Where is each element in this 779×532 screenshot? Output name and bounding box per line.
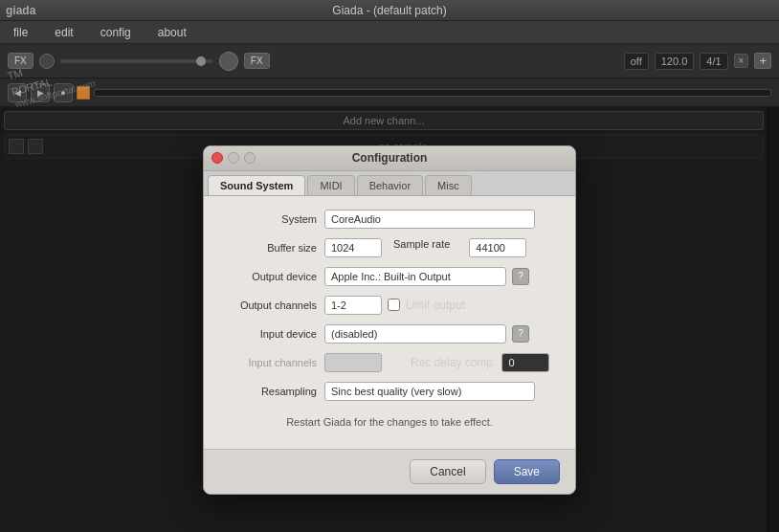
rewind-btn[interactable]: ◀ xyxy=(8,83,27,102)
dialog-body: System Buffer size Sample rate Output de… xyxy=(204,196,575,449)
restart-note: Restart Giada for the changes to take ef… xyxy=(219,416,560,428)
resampling-row: Resampling xyxy=(219,382,560,401)
toolbar: FX FX off 120.0 4/1 × + xyxy=(0,44,779,78)
off-label: off xyxy=(624,53,649,70)
dialog-tabs: Sound System MIDI Behavior Misc xyxy=(204,171,575,196)
dialog-title: Configuration xyxy=(352,151,428,165)
bpm-label[interactable]: 120.0 xyxy=(655,53,695,70)
dialog-footer: Cancel Save xyxy=(204,449,575,494)
tab-midi[interactable]: MIDI xyxy=(307,175,354,195)
rec-delay-label: Rec delay comp. xyxy=(411,356,496,369)
resampling-input[interactable] xyxy=(324,382,535,401)
menu-file[interactable]: file xyxy=(8,24,33,41)
window-title: Giada - (default patch) xyxy=(332,4,446,17)
app-name: giada xyxy=(6,4,35,17)
traffic-lights xyxy=(211,152,256,164)
volume-slider[interactable] xyxy=(60,59,213,63)
input-device-row: Input device ? xyxy=(219,324,560,344)
x-button[interactable]: × xyxy=(734,54,749,68)
sample-rate-label: Sample rate xyxy=(393,238,457,257)
beat-indicator xyxy=(77,86,90,100)
configuration-dialog: Configuration Sound System MIDI Behavior… xyxy=(203,145,576,495)
output-device-label: Output device xyxy=(219,271,324,282)
input-device-input[interactable] xyxy=(324,324,506,344)
input-channels-input[interactable] xyxy=(324,353,382,372)
fx-knob-left[interactable] xyxy=(39,54,55,69)
plus-button[interactable]: + xyxy=(754,53,771,69)
input-device-label: Input device xyxy=(219,328,324,340)
output-device-input[interactable] xyxy=(324,267,506,286)
dialog-overlay: Configuration Sound System MIDI Behavior… xyxy=(0,107,779,532)
output-channels-input[interactable] xyxy=(324,296,382,315)
input-device-group: ? xyxy=(324,324,529,344)
cancel-button[interactable]: Cancel xyxy=(410,459,485,484)
app-title-bar: giada Giada - (default patch) xyxy=(0,0,779,21)
limit-output-label: Limit output xyxy=(406,299,465,312)
fx-right-button[interactable]: FX xyxy=(244,53,270,69)
time-sig-label[interactable]: 4/1 xyxy=(700,53,727,70)
sample-rate-input[interactable] xyxy=(469,238,526,257)
record-btn[interactable]: ● xyxy=(54,83,73,102)
master-knob[interactable] xyxy=(219,52,238,71)
input-channels-label: Input channels xyxy=(219,357,324,368)
output-device-row: Output device ? xyxy=(219,267,560,286)
tab-behavior[interactable]: Behavior xyxy=(357,175,423,195)
tab-sound-system[interactable]: Sound System xyxy=(208,175,305,195)
menu-config[interactable]: config xyxy=(95,24,137,41)
menu-about[interactable]: about xyxy=(152,24,192,41)
rec-delay-input[interactable] xyxy=(501,353,549,372)
buffer-sample-split: Sample rate xyxy=(324,238,526,257)
output-channels-label: Output channels xyxy=(219,299,324,311)
system-label: System xyxy=(219,213,324,225)
play-btn[interactable]: ▶ xyxy=(31,83,50,102)
input-device-help-button[interactable]: ? xyxy=(512,325,529,343)
limit-output-checkbox[interactable] xyxy=(388,299,400,311)
input-channels-row: Input channels Rec delay comp. xyxy=(219,353,560,372)
progress-bar xyxy=(94,89,771,97)
output-channels-row: Output channels Limit output xyxy=(219,296,560,315)
dialog-title-bar: Configuration xyxy=(204,146,575,171)
input-channels-group: Rec delay comp. xyxy=(324,353,549,372)
output-device-group: ? xyxy=(324,267,529,286)
buffer-label: Buffer size xyxy=(219,242,324,254)
close-button[interactable] xyxy=(211,152,223,164)
minimize-button[interactable] xyxy=(228,152,239,164)
system-row: System xyxy=(219,210,560,229)
maximize-button[interactable] xyxy=(244,152,256,164)
tab-misc[interactable]: Misc xyxy=(425,175,472,195)
fx-left-button[interactable]: FX xyxy=(8,53,33,69)
volume-slider-knob xyxy=(196,56,206,66)
main-area: Add new chann... -- no sample -- Configu… xyxy=(0,107,779,532)
output-channels-group: Limit output xyxy=(324,296,465,315)
save-button[interactable]: Save xyxy=(494,459,560,484)
buffer-sample-row: Buffer size Sample rate xyxy=(219,238,560,257)
buffer-size-input[interactable] xyxy=(324,238,382,257)
toolbar-right: off 120.0 4/1 × + xyxy=(624,53,771,70)
transport-bar: ◀ ▶ ● xyxy=(0,78,779,107)
output-device-help-button[interactable]: ? xyxy=(512,268,529,285)
menu-bar: file edit config about xyxy=(0,21,779,44)
system-input[interactable] xyxy=(324,210,535,229)
resampling-label: Resampling xyxy=(219,386,324,397)
menu-edit[interactable]: edit xyxy=(49,24,78,41)
